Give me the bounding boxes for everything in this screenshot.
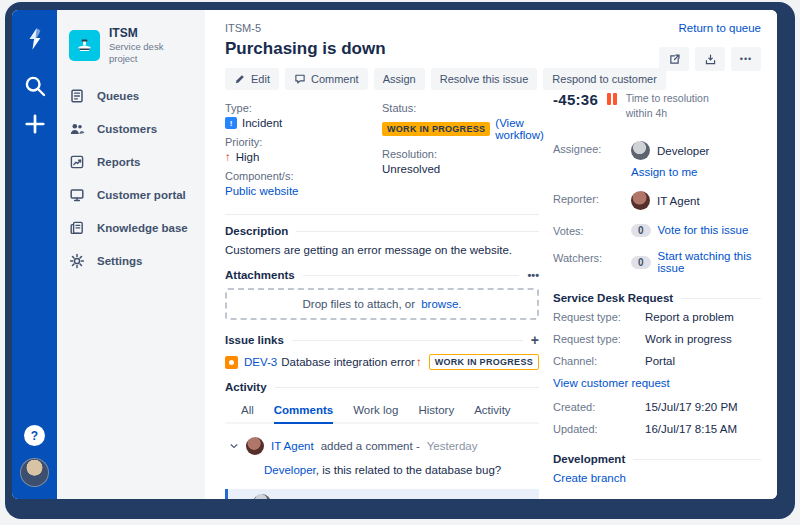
updated-label: Updated: [553, 423, 645, 435]
collapse-chevron-icon[interactable] [236, 498, 246, 499]
assign-button[interactable]: Assign [374, 68, 425, 90]
comment-author-avatar [253, 494, 271, 499]
resolution-value: Unresolved [382, 163, 440, 175]
reporter-label: Reporter: [553, 191, 631, 210]
description-section-header: Description [225, 225, 539, 237]
issue-links-header: Issue links [225, 334, 284, 346]
action-buttons: Edit Comment Assign Resolve this issue R… [225, 68, 539, 90]
attachments-header: Attachments [225, 269, 295, 281]
reports-icon [69, 154, 85, 170]
user-avatar[interactable] [20, 458, 49, 487]
priority-high-icon: ↑ [225, 151, 231, 163]
view-workflow-link[interactable]: (View workflow) [495, 117, 544, 141]
component-link[interactable]: Public website [225, 185, 299, 197]
attachments-more-icon[interactable]: ••• [527, 270, 539, 281]
linked-issue-status-badge: WORK IN PROGRESS [429, 354, 539, 370]
issue-key[interactable]: ITSM-5 [225, 22, 539, 34]
development-header: Development [553, 453, 625, 465]
sidebar-item-label: Customer portal [97, 189, 186, 201]
edit-button[interactable]: Edit [225, 68, 279, 90]
watchers-field: Watchers: 0Start watching this issue [553, 250, 761, 274]
description-header: Description [225, 225, 288, 237]
sidebar-item-label: Queues [97, 90, 139, 102]
project-name: ITSM [109, 26, 193, 41]
sidebar-item-reports[interactable]: Reports [69, 154, 193, 170]
created-value: 15/Jul/17 9:20 PM [645, 401, 738, 413]
customers-icon [69, 121, 85, 137]
sidebar-item-settings[interactable]: Settings [69, 253, 193, 269]
type-label: Type: [225, 102, 382, 114]
linked-issue-key[interactable]: DEV-3 [244, 356, 277, 368]
status-badge: WORK IN PROGRESS [382, 122, 490, 136]
comment-bubble-icon [294, 73, 306, 85]
tab-work-log[interactable]: Work log [353, 400, 398, 424]
timer-caption-2: within 4h [626, 106, 709, 121]
vote-link[interactable]: Vote for this issue [658, 224, 749, 236]
share-icon [668, 53, 681, 66]
create-branch-link[interactable]: Create branch [553, 472, 626, 484]
collapse-chevron-icon[interactable] [229, 441, 239, 451]
watchers-count-badge: 0 [631, 256, 651, 269]
more-actions-button[interactable]: ••• [731, 47, 761, 71]
comment-author-avatar [246, 437, 264, 455]
assign-to-me-link[interactable]: Assign to me [631, 166, 697, 178]
votes-label: Votes: [553, 223, 631, 237]
issue-tools: ••• [553, 47, 761, 71]
attachments-section-header: Attachments ••• [225, 269, 539, 281]
search-icon[interactable] [23, 74, 47, 98]
sidebar-item-label: Knowledge base [97, 222, 188, 234]
channel-field: Channel: Portal [553, 355, 761, 367]
channel-value: Portal [645, 355, 675, 367]
export-button[interactable] [695, 47, 725, 71]
edit-label: Edit [251, 73, 270, 85]
sdr-header: Service Desk Request [553, 292, 673, 304]
attachment-dropzone[interactable]: Drop files to attach, or browse. [225, 288, 539, 320]
request-type2-value: Work in progress [645, 333, 732, 345]
comment-item: IT Agent added a comment - Yesterday Dev… [225, 432, 539, 485]
tab-activity[interactable]: Activity [474, 400, 510, 424]
sidebar-item-customer-portal[interactable]: Customer portal [69, 187, 193, 203]
priority-label: Priority: [225, 136, 382, 148]
resolve-issue-button[interactable]: Resolve this issue [431, 68, 538, 90]
comment-button[interactable]: Comment [285, 68, 368, 90]
global-rail: ? [12, 10, 57, 499]
comment-author-link[interactable]: Developer [278, 497, 330, 499]
sidebar-item-knowledge-base[interactable]: Knowledge base [69, 220, 193, 236]
activity-header: Activity [225, 381, 267, 393]
view-customer-request-link[interactable]: View customer request [553, 377, 670, 389]
share-button[interactable] [659, 47, 689, 71]
assignee-label: Assignee: [553, 141, 631, 178]
create-icon[interactable] [23, 112, 47, 136]
updated-field: Updated: 16/Jul/17 8:15 AM [553, 423, 761, 435]
assignee-value: Developer [657, 145, 709, 157]
assign-label: Assign [383, 73, 416, 85]
return-to-queue-link[interactable]: Return to queue [679, 22, 761, 34]
linked-issue-row[interactable]: DEV-3 Database integration error ↑ WORK … [225, 354, 539, 370]
queues-icon [69, 88, 85, 104]
jira-service-desk-logo [22, 26, 48, 52]
comment-author-link[interactable]: IT Agent [271, 440, 314, 452]
comment-label: Comment [311, 73, 359, 85]
project-type: Service desk project [109, 41, 193, 66]
add-link-icon[interactable]: + [531, 333, 539, 347]
sidebar-item-customers[interactable]: Customers [69, 121, 193, 137]
dropzone-text: Drop files to attach, or [303, 298, 416, 310]
linked-issue-summary: Database integration error [281, 356, 415, 368]
watchers-label: Watchers: [553, 250, 631, 274]
sidebar-item-queues[interactable]: Queues [69, 88, 193, 104]
comment-body: Developer, is this related to the databa… [229, 464, 529, 476]
bug-type-icon [225, 356, 238, 369]
help-button[interactable]: ? [24, 425, 45, 446]
watch-link[interactable]: Start watching this issue [658, 250, 761, 274]
comment-time: Yesterday [427, 440, 478, 452]
sidebar-item-label: Settings [97, 255, 142, 267]
issue-links-section-header: Issue links + [225, 333, 539, 347]
tab-history[interactable]: History [418, 400, 454, 424]
app-window: ? ITSM Service desk project Queues Custo… [12, 10, 777, 499]
tab-comments[interactable]: Comments [274, 400, 333, 424]
tab-all[interactable]: All [241, 400, 254, 424]
activity-section-header: Activity [225, 381, 539, 393]
mention-link[interactable]: Developer [264, 464, 316, 476]
customer-portal-icon [69, 187, 85, 203]
browse-link[interactable]: browse. [421, 298, 461, 310]
